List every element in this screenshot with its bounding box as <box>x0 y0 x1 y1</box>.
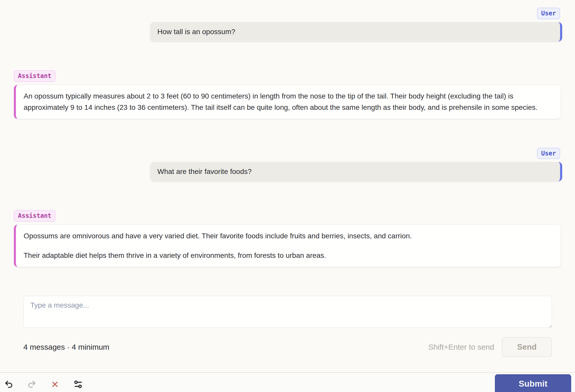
message-group-assistant: Assistant Opossums are omnivorous and ha… <box>14 210 562 267</box>
message-group-assistant: Assistant An opossum typically measures … <box>14 70 562 119</box>
settings-button[interactable] <box>71 377 85 391</box>
composer-status-row: 4 messages · 4 minimum Shift+Enter to se… <box>23 337 552 357</box>
assistant-message-paragraph: Their adaptable diet helps them thrive i… <box>24 250 553 261</box>
redo-button[interactable] <box>25 377 39 391</box>
role-badge-user: User <box>537 8 560 19</box>
bottom-toolbar: Submit <box>0 372 575 392</box>
message-count-label: 4 messages · 4 minimum <box>23 343 109 351</box>
assistant-message-card: Opossums are omnivorous and have a very … <box>14 224 561 267</box>
clear-button[interactable] <box>48 377 62 391</box>
message-group-user: User How tall is an opossum? <box>14 8 562 42</box>
submit-button[interactable]: Submit <box>495 374 571 392</box>
user-message-bubble: What are their favorite foods? <box>150 162 562 181</box>
assistant-message-card: An opossum typically measures about 2 to… <box>14 85 561 119</box>
message-input[interactable] <box>23 296 552 328</box>
sliders-icon <box>73 379 83 389</box>
composer: 4 messages · 4 minimum Shift+Enter to se… <box>14 296 562 357</box>
assistant-message-paragraph: Opossums are omnivorous and have a very … <box>24 230 553 242</box>
role-badge-assistant: Assistant <box>14 210 55 222</box>
undo-icon <box>4 380 13 389</box>
close-icon <box>51 380 59 389</box>
redo-icon <box>27 380 36 389</box>
conversation-annotation-page: User How tall is an opossum? Assistant A… <box>0 0 575 392</box>
assistant-message-paragraph: An opossum typically measures about 2 to… <box>24 91 553 113</box>
undo-button[interactable] <box>2 377 16 391</box>
role-badge-user: User <box>537 148 560 159</box>
send-hint-label: Shift+Enter to send <box>428 343 494 351</box>
role-badge-assistant: Assistant <box>14 70 55 82</box>
send-button[interactable]: Send <box>502 337 552 357</box>
message-group-user: User What are their favorite foods? <box>14 148 562 182</box>
user-message-bubble: How tall is an opossum? <box>150 22 562 42</box>
user-message-text: What are their favorite foods? <box>157 168 252 175</box>
user-message-text: How tall is an opossum? <box>157 28 235 36</box>
chat-transcript: User How tall is an opossum? Assistant A… <box>0 0 575 372</box>
